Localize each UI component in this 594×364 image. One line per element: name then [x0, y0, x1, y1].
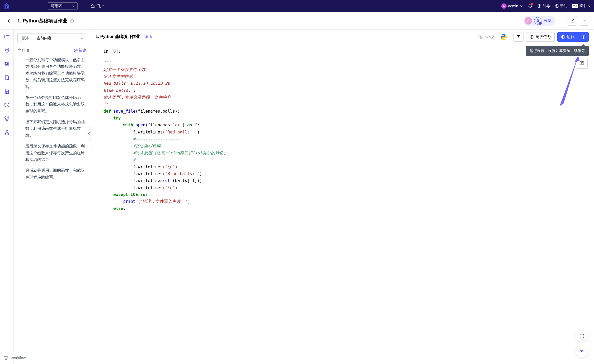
guide-label: 引导 — [543, 4, 550, 8]
notifications-button[interactable] — [528, 4, 532, 8]
tool-rail: Workflow — [0, 30, 14, 364]
offline-task-button[interactable]: 离线任务 — [526, 32, 555, 42]
region-label: 可用区1 — [51, 4, 64, 8]
content-label: 内容 — [17, 48, 25, 53]
divider — [560, 17, 560, 25]
svg-point-16 — [5, 133, 6, 135]
rail-document[interactable] — [4, 74, 10, 81]
code-line: f.writelines('\n') — [103, 184, 586, 191]
python-icon — [500, 33, 507, 40]
svg-point-4 — [583, 20, 583, 21]
compass-icon — [537, 4, 541, 8]
lang-label: 简中 — [579, 4, 587, 8]
svg-point-10 — [7, 79, 8, 80]
version-label: 版本 — [18, 33, 34, 43]
code-line: else: — [103, 205, 586, 212]
run-settings-button[interactable] — [578, 32, 589, 42]
svg-point-5 — [584, 20, 585, 21]
outline-paragraph[interactable]: 接下来我们定义随机选择号码的函数，利用该函数生成一组随机数组。 — [25, 119, 85, 139]
run-button[interactable]: 运行 — [557, 32, 578, 42]
rail-schedule[interactable] — [4, 102, 10, 108]
plus-icon: + — [539, 22, 542, 25]
rail-script[interactable] — [4, 88, 10, 94]
new-label: 新建 — [78, 48, 86, 53]
code-line: #在这里写代码 — [103, 142, 586, 149]
code-line: except IOError: — [103, 191, 586, 198]
rail-files[interactable] — [4, 33, 10, 40]
code-line: ''' — [103, 59, 586, 66]
share-label[interactable]: 分享 — [544, 18, 551, 23]
editor-toolbar: 1. Python基础项目作业 详情 运行环境： 离线任务 运行 — [90, 30, 594, 44]
content-header: 内容 新建 — [17, 48, 86, 53]
outline-paragraph[interactable]: 第一个函数是打印双色球号码函数，利用这个函数来格式化输出双色球的号码。 — [25, 94, 85, 114]
svg-rect-19 — [7, 356, 8, 357]
cell-in-label: In [8]: — [103, 48, 586, 55]
outline-paragraph[interactable]: 最后定义保存文件功能的函数，利用这个函数来保存每次产生的红球和蓝球的结果。 — [25, 143, 85, 163]
code-line: 写入文件的格式： — [103, 73, 586, 80]
help-link[interactable]: 帮助 — [555, 4, 567, 8]
code-line: f.writelines(str(balls[-1])) — [103, 177, 586, 184]
chevron-down-icon — [588, 4, 591, 8]
play-icon — [561, 35, 565, 39]
more-button[interactable] — [580, 16, 589, 26]
user-menu[interactable]: A admin — [501, 3, 523, 9]
detail-link[interactable]: 详情 — [144, 34, 152, 39]
code-line: #------------------ — [103, 156, 586, 163]
code-line: try: — [103, 115, 586, 122]
code-line: def save_file(filenames,balls): — [103, 108, 586, 115]
version-value: 当前内容 — [34, 33, 86, 43]
code-line: print ('错误：文件写入失败！') — [103, 198, 586, 205]
scroll-top-button[interactable] — [576, 346, 588, 358]
portal-label: 门户 — [96, 4, 104, 8]
doc-title: 1. Python基础项目作业 — [96, 34, 140, 40]
code-line: f.writelines('\n') — [103, 164, 586, 170]
code-line: Blue balls: 1 — [103, 87, 586, 94]
rail-git[interactable] — [4, 116, 10, 122]
home-icon — [91, 4, 95, 8]
workflow-footer[interactable]: Workflow — [0, 352, 90, 360]
svg-point-3 — [537, 19, 538, 21]
rail-chip[interactable] — [4, 61, 10, 67]
workflow-label: Workflow — [11, 356, 26, 360]
guide-link[interactable]: 引导 — [537, 4, 550, 8]
portal-link[interactable]: 门户 — [91, 4, 104, 8]
presentation-button[interactable] — [513, 32, 524, 42]
notification-dot-icon — [531, 3, 533, 5]
outline-content: 一般分别写每个功能模块，然后主方法部分调用各个功能模块函数。本次练习我们编写三个… — [17, 57, 86, 360]
outline-sidebar: 版本 当前内容 内容 新建 一般分别写每个功能模块，然后主方法部分调用各个功能模… — [14, 30, 90, 364]
avatar: A — [501, 3, 507, 9]
region-selector[interactable]: 可用区1 — [48, 2, 78, 10]
rail-fork[interactable] — [4, 129, 10, 136]
outline-paragraph[interactable]: 最后就是调用上面的函数，完成双色球程序的编写。 — [25, 167, 85, 181]
sort-icon[interactable] — [26, 49, 30, 52]
page-title: 1. Python基础项目作业 — [17, 18, 67, 24]
language-selector[interactable]: 中A 简中 — [572, 4, 591, 8]
svg-point-17 — [8, 133, 9, 135]
svg-rect-20 — [6, 359, 7, 360]
version-selector[interactable]: 版本 当前内容 — [17, 33, 86, 43]
svg-point-6 — [586, 20, 586, 21]
help-label: 帮助 — [560, 4, 567, 8]
fullscreen-button[interactable] — [576, 330, 588, 342]
new-button[interactable]: 新建 — [74, 48, 86, 53]
code-line: 定义一个保存文件函数 — [103, 66, 586, 73]
svg-rect-18 — [4, 356, 6, 357]
main-layout: Workflow 版本 当前内容 内容 新建 一般分别写每个功能模块，然后主方法… — [0, 30, 594, 364]
code-line: Red balls: 8,11,14,18,23,28 — [103, 80, 586, 87]
svg-point-7 — [5, 48, 9, 50]
info-icon[interactable] — [70, 19, 74, 23]
outline-paragraph[interactable]: 一般分别写每个功能模块，然后主方法部分调用各个功能模块函数。本次练习我们编写三个… — [25, 57, 85, 90]
plus-icon — [530, 35, 534, 39]
code-cell[interactable]: In [8]: '''定义一个保存文件函数写入文件的格式：Red balls: … — [90, 44, 594, 364]
nav-divider — [45, 3, 45, 9]
svg-point-13 — [8, 117, 9, 118]
export-button[interactable] — [568, 16, 577, 26]
svg-point-25 — [583, 36, 584, 37]
code-line: 输入类型：文件名及路径，文件内容 — [103, 94, 586, 101]
add-collaborator-button[interactable]: + — [534, 17, 541, 25]
rail-database[interactable] — [4, 47, 10, 53]
plus-circle-icon — [74, 49, 78, 53]
back-button[interactable] — [5, 17, 13, 25]
username: admin — [508, 4, 518, 8]
chevron-down-icon — [72, 4, 75, 8]
